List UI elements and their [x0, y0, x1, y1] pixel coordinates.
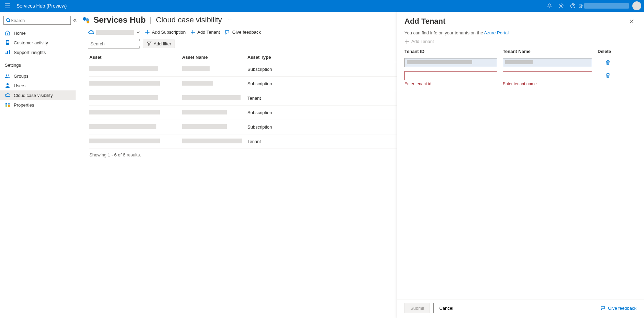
tenant-id-error: Enter tenant id	[404, 81, 497, 86]
azure-portal-link[interactable]: Azure Portal	[484, 30, 509, 35]
column-asset-name[interactable]: Asset Name	[182, 55, 247, 60]
svg-rect-5	[7, 42, 9, 43]
svg-point-10	[8, 74, 9, 76]
add-subscription-label: Add Subscription	[152, 30, 186, 35]
sidebar-item-label: Support insights	[14, 50, 46, 55]
asset-name-redacted	[182, 110, 227, 114]
column-asset[interactable]: Asset	[89, 55, 182, 60]
sidebar: HomeCustomer activitySupport insights Se…	[0, 12, 76, 318]
hamburger-menu-button[interactable]	[3, 1, 12, 11]
tenant-name-error: Enter tenant name	[503, 81, 592, 86]
trash-icon	[606, 73, 610, 78]
settings-button[interactable]	[555, 0, 567, 12]
panel-feedback-button[interactable]: Give feedback	[600, 306, 636, 311]
sidebar-item-label: Users	[14, 83, 25, 88]
sidebar-item-home[interactable]: Home	[0, 28, 76, 38]
panel-close-button[interactable]	[627, 17, 636, 26]
give-feedback-button[interactable]: Give feedback	[225, 30, 261, 35]
tenant-table-header: Tenant ID Tenant Name Delete	[404, 49, 636, 56]
sidebar-item-customer-activity[interactable]: Customer activity	[0, 38, 76, 47]
add-tenant-button[interactable]: Add Tenant	[190, 30, 220, 35]
sidebar-item-label: Properties	[14, 102, 34, 108]
tenant-row: Enter tenant id Enter tenant name	[404, 69, 636, 88]
asset-redacted	[89, 124, 156, 129]
person-icon	[5, 83, 10, 88]
filter-icon	[147, 41, 152, 46]
close-icon	[629, 19, 634, 24]
hamburger-icon	[5, 3, 10, 8]
add-tenant-panel: Add Tenant You can find info on your ten…	[397, 12, 644, 318]
user-email-redacted	[584, 3, 629, 9]
subscription-picker[interactable]	[88, 30, 140, 35]
asset-name-redacted	[182, 81, 213, 86]
page-title-sub: Cloud case visibility	[156, 15, 222, 24]
tenant-id-input[interactable]	[404, 58, 497, 67]
bell-icon	[547, 3, 552, 9]
sidebar-item-groups[interactable]: Groups	[0, 71, 76, 81]
tenant-name-input[interactable]	[503, 58, 592, 67]
help-icon	[570, 3, 576, 9]
help-button[interactable]	[567, 0, 579, 12]
add-filter-button[interactable]: Add filter	[143, 40, 175, 48]
top-bar: Services Hub (Preview) @	[0, 0, 644, 12]
asset-redacted	[89, 95, 158, 100]
add-tenant-disabled-button: Add Tenant	[404, 39, 636, 44]
cancel-button[interactable]: Cancel	[433, 303, 459, 313]
asset-name-redacted	[182, 66, 210, 71]
plus-icon	[190, 30, 195, 35]
feedback-icon	[225, 30, 230, 35]
svg-point-18	[87, 21, 89, 23]
panel-footer: Submit Cancel Give feedback	[397, 299, 644, 318]
asset-name-redacted	[182, 95, 241, 100]
main-content: Services Hub | Cloud case visibility ···…	[76, 12, 644, 318]
page-more-button[interactable]: ···	[227, 17, 233, 23]
plus-icon	[404, 39, 409, 44]
add-tenant-disabled-label: Add Tenant	[411, 39, 434, 44]
tenant-id-input[interactable]	[404, 71, 497, 80]
plus-icon	[145, 30, 150, 35]
people-icon	[5, 73, 10, 79]
chevron-down-icon	[136, 30, 140, 34]
svg-rect-12	[5, 103, 7, 105]
sidebar-item-users[interactable]: Users	[0, 81, 76, 90]
svg-rect-6	[5, 53, 7, 54]
asset-name-redacted	[182, 124, 227, 129]
panel-title: Add Tenant	[404, 17, 627, 26]
panel-info-text: You can find info on your tenants on the…	[404, 30, 636, 35]
delete-tenant-button[interactable]	[598, 60, 618, 65]
svg-point-0	[560, 5, 562, 7]
grid-icon	[5, 102, 10, 108]
tenant-name-input[interactable]	[503, 71, 592, 80]
sidebar-search-input[interactable]	[11, 18, 68, 23]
sidebar-item-support-insights[interactable]: Support insights	[0, 47, 76, 57]
app-title: Services Hub (Preview)	[16, 3, 67, 9]
svg-point-2	[7, 19, 10, 22]
add-subscription-button[interactable]: Add Subscription	[145, 30, 186, 35]
column-tenant-name: Tenant Name	[503, 49, 592, 54]
sidebar-item-cloud-case-visibility[interactable]: Cloud case visibility	[0, 90, 76, 100]
give-feedback-label: Give feedback	[232, 30, 261, 35]
subscription-name-redacted	[96, 30, 134, 35]
tenant-row	[404, 56, 636, 69]
delete-tenant-button[interactable]	[598, 71, 618, 78]
cloud-icon	[88, 30, 94, 35]
user-avatar[interactable]	[632, 1, 641, 10]
sidebar-search-box[interactable]	[3, 16, 71, 25]
svg-rect-8	[9, 50, 10, 54]
table-search-input[interactable]	[90, 41, 148, 46]
asset-redacted	[89, 139, 160, 143]
sidebar-item-properties[interactable]: Properties	[0, 100, 76, 110]
feedback-icon	[600, 306, 606, 310]
bar-chart-icon	[5, 50, 10, 55]
svg-rect-13	[8, 103, 10, 105]
asset-redacted	[89, 81, 160, 86]
trash-icon	[606, 60, 610, 65]
add-tenant-label: Add Tenant	[197, 30, 220, 35]
svg-rect-4	[7, 41, 9, 42]
svg-rect-7	[7, 51, 8, 54]
table-search-box[interactable]	[88, 39, 140, 48]
notifications-button[interactable]	[544, 0, 555, 12]
svg-point-9	[6, 74, 7, 76]
page-title-hub: Services Hub	[93, 15, 146, 25]
submit-button[interactable]: Submit	[404, 303, 430, 313]
